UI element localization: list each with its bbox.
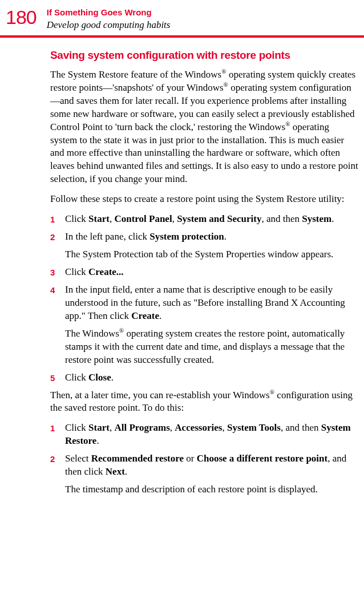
page-content: Saving system configuration with restore… — [0, 38, 364, 496]
step-body: Select Recommended restore or Choose a d… — [65, 452, 358, 496]
header-text: If Something Goes Wrong Develop good com… — [47, 5, 171, 32]
step-body: In the input field, enter a name that is… — [65, 284, 358, 367]
step-text: In the input field, enter a name that is… — [65, 284, 358, 323]
intro-paragraph: The System Restore feature of the Window… — [50, 68, 358, 186]
step-result-text: The Windows® operating system creates th… — [65, 327, 358, 367]
step-text: Click Start, Control Panel, System and S… — [65, 213, 358, 226]
step-text: Click Create... — [65, 266, 358, 279]
step-number: 2 — [50, 230, 65, 261]
steps-list-a: 1Click Start, Control Panel, System and … — [50, 213, 358, 384]
step-text: Click Start, All Programs, Accessories, … — [65, 422, 358, 448]
step-item: 2In the left pane, click System protecti… — [50, 230, 358, 261]
step-item: 5Click Close. — [50, 371, 358, 384]
step-body: Click Start, Control Panel, System and S… — [65, 213, 358, 226]
step-item: 3Click Create... — [50, 266, 358, 279]
step-number: 1 — [50, 422, 65, 448]
step-item: 4In the input field, enter a name that i… — [50, 284, 358, 367]
step-text: Click Close. — [65, 371, 358, 384]
page-number: 180 — [6, 5, 37, 31]
step-body: Click Start, All Programs, Accessories, … — [65, 422, 358, 448]
step-body: Click Close. — [65, 371, 358, 384]
section-heading: Saving system configuration with restore… — [50, 48, 358, 63]
steps-list-b: 1Click Start, All Programs, Accessories,… — [50, 422, 358, 496]
step-number: 1 — [50, 213, 65, 226]
step-result-text: The System Protection tab of the System … — [65, 248, 358, 261]
chapter-title: If Something Goes Wrong — [47, 7, 171, 18]
step-number: 3 — [50, 266, 65, 279]
step-item: 1Click Start, Control Panel, System and … — [50, 213, 358, 226]
follow-paragraph: Follow these steps to create a restore p… — [50, 193, 358, 206]
step-body: Click Create... — [65, 266, 358, 279]
step-number: 5 — [50, 371, 65, 384]
step-text: In the left pane, click System protectio… — [65, 230, 358, 244]
step-body: In the left pane, click System protectio… — [65, 230, 358, 261]
step-number: 4 — [50, 284, 65, 367]
page-header: 180 If Something Goes Wrong Develop good… — [0, 0, 364, 32]
then-paragraph: Then, at a later time, you can re-establ… — [50, 389, 358, 415]
section-subtitle: Develop good computing habits — [47, 19, 171, 32]
step-result-text: The timestamp and description of each re… — [65, 483, 358, 496]
step-item: 2Select Recommended restore or Choose a … — [50, 452, 358, 496]
step-number: 2 — [50, 452, 65, 496]
step-text: Select Recommended restore or Choose a d… — [65, 452, 358, 479]
step-item: 1Click Start, All Programs, Accessories,… — [50, 422, 358, 448]
